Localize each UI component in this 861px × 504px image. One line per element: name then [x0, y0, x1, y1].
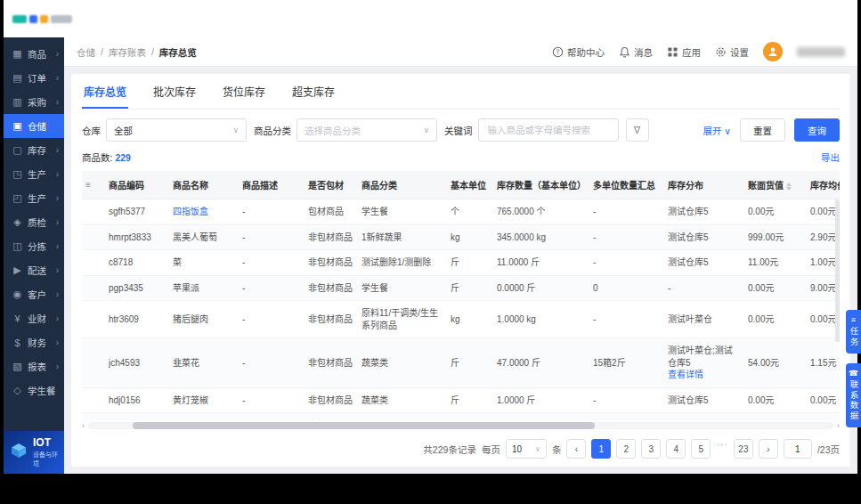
export-link[interactable]: 导出	[821, 150, 840, 164]
chevron-down-icon: ∨	[423, 126, 429, 134]
iot-panel[interactable]: IOT 设备与环境	[4, 431, 64, 474]
column-header-1[interactable]: 商品编码	[105, 171, 169, 199]
scrollbar-track[interactable]	[88, 422, 833, 429]
reset-button[interactable]: 重置	[740, 118, 785, 142]
messages-button[interactable]: 消息	[619, 45, 653, 59]
user-avatar[interactable]	[763, 42, 783, 61]
sidebar-item-delivery[interactable]: ▶配送›	[4, 258, 64, 282]
column-header-11[interactable]: 库存均价	[807, 171, 840, 199]
chevron-right-icon: ›	[56, 313, 59, 323]
sort-icon[interactable]	[786, 183, 792, 191]
header-row: ≡商品编码商品名称商品描述是否包材商品分类基本单位库存数量（基本单位）多单位数量…	[82, 171, 840, 199]
column-label: 商品名称	[173, 181, 208, 191]
scrollbar-thumb[interactable]	[133, 422, 595, 429]
cell-unit: 斤	[447, 250, 493, 276]
breadcrumb-item[interactable]: 库存账表	[109, 45, 146, 59]
page-button-23[interactable]: 23	[734, 439, 753, 459]
page-button-4[interactable]: 4	[666, 439, 686, 459]
sidebar-item-quality[interactable]: ◈质检›	[4, 210, 64, 234]
floating-tab-label: 联系数据	[848, 380, 860, 421]
column-header-2[interactable]: 商品名称	[169, 171, 239, 199]
sidebar-item-reports[interactable]: ▧报表›	[4, 354, 64, 378]
app-logo[interactable]	[12, 15, 72, 23]
cell-category: 原料11/干调类/生生系列商品	[358, 301, 447, 338]
column-header-7[interactable]: 库存数量（基本单位）	[493, 171, 589, 199]
floating-tasks-tab[interactable]: ≡ 任务	[846, 310, 861, 354]
page-button-2[interactable]: 2	[616, 439, 636, 459]
chevron-down-icon: ∨	[535, 445, 540, 453]
jump-page-input[interactable]	[784, 439, 812, 459]
settings-button[interactable]: 设置	[715, 45, 749, 59]
chevron-right-icon: ›	[56, 362, 59, 371]
content-area: 库存总览批次库存货位库存超支库存 仓库 全部 ∨ 商品分类	[64, 67, 857, 474]
scroll-right-icon[interactable]: ›	[837, 421, 840, 430]
category-select[interactable]: 选择商品分类 ∨	[296, 118, 437, 142]
cell-packaging: 非包材商品	[305, 275, 358, 301]
sidebar-item-inventory[interactable]: ▢库存›	[4, 138, 64, 162]
customers-icon: ◉	[12, 289, 23, 300]
column-header-3[interactable]: 商品描述	[239, 171, 305, 199]
product-name-link[interactable]: 四指饭盒	[173, 207, 208, 216]
column-header-0[interactable]: ≡	[82, 171, 105, 199]
keyword-input[interactable]	[486, 124, 611, 136]
view-details-link[interactable]: 查看详情	[668, 369, 741, 381]
prev-page-button[interactable]: ‹	[566, 439, 586, 459]
sidebar-item-orders[interactable]: ▤订单›	[4, 66, 64, 90]
tab-over-inventory[interactable]: 超支库存	[290, 74, 337, 109]
sidebar-item-student-meal[interactable]: ◇学生餐	[4, 378, 64, 402]
page-size-select[interactable]: 10 ∨	[506, 439, 547, 459]
column-header-9[interactable]: 库存分布	[664, 171, 744, 199]
column-header-10[interactable]: 账面货值	[744, 171, 807, 199]
cell-multi-unit: -	[589, 301, 664, 338]
cell-book-value: 54.00元	[744, 338, 807, 388]
cell-description: -	[239, 275, 305, 301]
sidebar-item-goods[interactable]: ▦商品›	[4, 42, 64, 66]
cell-name: 黄灯笼椒	[169, 387, 239, 413]
expand-toggle[interactable]: 展开 ∨	[703, 124, 731, 137]
cell-quantity: 345.0000 kg	[493, 224, 589, 250]
sidebar-item-sorting[interactable]: ◫分拣›	[4, 234, 64, 258]
cell-select	[82, 387, 105, 413]
tab-inventory-overview[interactable]: 库存总览	[82, 74, 128, 109]
search-button[interactable]: 查询	[794, 118, 840, 142]
tab-slot-inventory[interactable]: 货位库存	[221, 74, 267, 109]
cell-description: -	[239, 250, 305, 276]
tab-batch-inventory[interactable]: 批次库存	[151, 74, 198, 109]
warehouse-select[interactable]: 全部 ∨	[106, 118, 247, 142]
cell-description: -	[239, 301, 305, 338]
column-header-8[interactable]: 多单位数量汇总	[589, 171, 664, 199]
summary-row: 商品数: 229 导出	[82, 149, 840, 171]
cell-category: 蔬菜类	[358, 413, 447, 421]
advanced-filter-button[interactable]: ∇	[626, 118, 649, 142]
vertical-scrollbar[interactable]	[835, 199, 840, 342]
column-header-4[interactable]: 是否包材	[305, 171, 358, 199]
column-header-5[interactable]: 商品分类	[358, 171, 447, 199]
cell-distribution: -	[664, 275, 744, 301]
distribution-text: 测试仓库5	[668, 206, 741, 218]
sidebar-item-warehouse[interactable]: ▣仓储	[4, 114, 64, 138]
apps-button[interactable]: 应用	[667, 45, 701, 59]
sidebar-item-label: 订单	[28, 71, 46, 85]
sidebar-item-production-2[interactable]: ◰生产›	[4, 186, 64, 210]
page-button-3[interactable]: 3	[641, 439, 661, 459]
sidebar-item-purchase[interactable]: ▥采购›	[4, 90, 64, 114]
page-button-5[interactable]: 5	[691, 439, 711, 459]
delivery-icon: ▶	[12, 264, 23, 276]
scroll-left-icon[interactable]: ‹	[82, 421, 85, 430]
sidebar-item-finance[interactable]: $财务›	[4, 330, 64, 354]
cell-packaging: 非包材商品	[305, 224, 358, 250]
student-meal-icon: ◇	[12, 385, 23, 396]
cell-category: 学生餐	[358, 275, 447, 301]
page-button-1[interactable]: 1	[591, 439, 611, 459]
cell-book-value: 0.00元	[744, 301, 807, 338]
column-header-6[interactable]: 基本单位	[447, 171, 493, 199]
sidebar-item-biz-finance[interactable]: ¥业财›	[4, 306, 64, 330]
breadcrumb-item[interactable]: 仓储	[77, 45, 95, 59]
cell-distribution: 测试仓库5	[664, 224, 744, 250]
next-page-button[interactable]: ›	[759, 439, 778, 459]
total-records: 共229条记录	[423, 443, 476, 456]
floating-contact-tab[interactable]: ☎ 联系数据	[846, 363, 861, 427]
sidebar-item-customers[interactable]: ◉客户›	[4, 282, 64, 306]
sidebar-item-production-1[interactable]: ◳生产›	[4, 162, 64, 186]
help-center-button[interactable]: ?帮助中心	[552, 45, 605, 59]
